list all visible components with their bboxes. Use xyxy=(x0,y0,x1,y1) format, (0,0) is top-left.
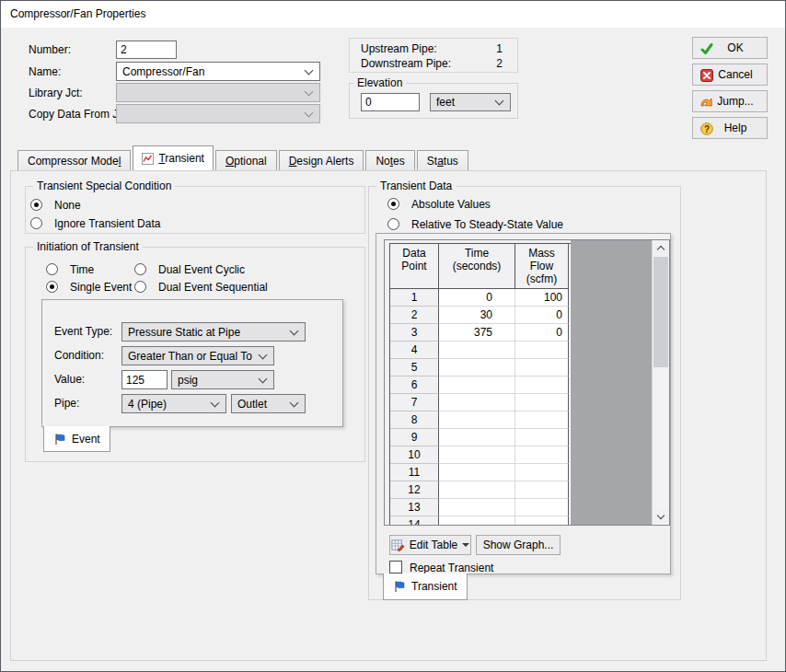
scrollbar-thumb[interactable] xyxy=(653,257,668,367)
dropdown-caret-icon xyxy=(462,543,469,547)
transient-table-container: DataPoint Time(seconds) Mass Flow(scfm) … xyxy=(384,239,670,526)
table-row[interactable]: 13 xyxy=(390,499,571,516)
chevron-down-icon xyxy=(657,512,665,519)
transient-tab-page: Transient Special Condition None Ignore … xyxy=(10,170,767,661)
radio-none[interactable] xyxy=(30,199,42,211)
jump-arrow-icon xyxy=(699,95,714,110)
event-type-combo[interactable]: Pressure Static at Pipe xyxy=(121,322,306,342)
chevron-down-icon xyxy=(495,97,504,106)
edit-table-icon xyxy=(391,539,405,552)
condition-combo[interactable]: Greater Than or Equal To xyxy=(121,346,274,365)
repeat-transient-checkbox[interactable] xyxy=(389,561,402,574)
transient-table[interactable]: DataPoint Time(seconds) Mass Flow(scfm) … xyxy=(389,243,571,526)
table-row[interactable]: 2 30 0 xyxy=(390,307,571,324)
chevron-down-icon xyxy=(305,108,314,117)
event-subtab-label: Event xyxy=(72,433,100,446)
ok-button-label: OK xyxy=(727,41,743,54)
transient-data-title: Transient Data xyxy=(376,180,456,192)
chevron-down-icon xyxy=(259,374,268,383)
chevron-down-icon xyxy=(290,326,299,335)
chevron-down-icon xyxy=(305,65,314,75)
cancel-x-icon xyxy=(699,68,714,83)
initiation-title: Initiation of Transient xyxy=(33,240,143,253)
value-label: Value: xyxy=(54,373,85,387)
radio-time[interactable] xyxy=(46,263,58,275)
elevation-unit-combo[interactable]: feet xyxy=(430,93,511,111)
tab-compressor-model[interactable]: Compressor Model xyxy=(17,150,131,170)
table-row[interactable]: 11 xyxy=(390,464,571,481)
copy-data-combo[interactable] xyxy=(116,104,320,123)
jump-button[interactable]: Jump... xyxy=(692,90,768,112)
transient-data-group: Transient Data Absolute Values Relative … xyxy=(368,186,681,600)
tab-notes[interactable]: Notes xyxy=(365,150,414,170)
table-row[interactable]: 7 xyxy=(390,394,571,411)
chart-line-icon xyxy=(142,153,154,165)
radio-time-label: Time xyxy=(70,263,94,277)
table-row[interactable]: 5 xyxy=(390,359,571,377)
number-input[interactable] xyxy=(116,41,177,59)
help-button[interactable]: ? Help xyxy=(692,117,768,139)
show-graph-button[interactable]: Show Graph... xyxy=(476,535,561,555)
cancel-button[interactable]: Cancel xyxy=(692,64,768,86)
chevron-down-icon xyxy=(290,398,299,407)
pipe-value: 4 (Pipe) xyxy=(128,398,167,411)
table-row[interactable]: 9 xyxy=(390,429,571,446)
table-vertical-scrollbar[interactable] xyxy=(652,240,669,525)
ok-button[interactable]: OK xyxy=(692,37,768,59)
pipe-combo[interactable]: 4 (Pipe) xyxy=(121,394,226,413)
event-panel: Event Type: Pressure Static at Pipe Cond… xyxy=(41,299,343,427)
event-type-value: Pressure Static at Pipe xyxy=(128,326,240,339)
radio-none-label: None xyxy=(54,199,81,213)
radio-relative-steady-state[interactable] xyxy=(387,218,399,230)
edit-table-button[interactable]: Edit Table xyxy=(389,535,471,555)
radio-ignore-transient[interactable] xyxy=(30,217,42,229)
table-row[interactable]: 12 xyxy=(390,481,571,499)
event-type-label: Event Type: xyxy=(54,325,112,339)
radio-absolute-values-label: Absolute Values xyxy=(411,198,491,212)
table-row[interactable]: 14 xyxy=(390,516,571,526)
value-unit-combo[interactable]: psig xyxy=(171,370,274,389)
pipes-info-box: Upstream Pipe: 1 Downstream Pipe: 2 xyxy=(349,38,518,73)
value-input[interactable] xyxy=(121,370,168,389)
pipe-endpoint-combo[interactable]: Outlet xyxy=(231,394,306,413)
elevation-group-title: Elevation xyxy=(353,76,406,89)
check-icon xyxy=(699,41,714,56)
transient-subtab[interactable]: Transient xyxy=(383,574,468,600)
pipe-endpoint-value: Outlet xyxy=(237,398,267,411)
condition-label: Condition: xyxy=(54,349,104,363)
table-filler-area xyxy=(571,240,652,525)
radio-dual-event-cyclic[interactable] xyxy=(134,263,146,275)
radio-dual-event-sequential[interactable] xyxy=(134,281,146,293)
scroll-down-button[interactable] xyxy=(653,509,669,525)
table-row[interactable]: 1 0 100 xyxy=(390,289,571,307)
transient-table-header: DataPoint Time(seconds) Mass Flow(scfm) xyxy=(390,244,571,289)
chevron-up-icon xyxy=(657,246,665,253)
name-label: Name: xyxy=(29,65,61,79)
scroll-up-button[interactable] xyxy=(653,240,669,256)
column-header-time: Time(seconds) xyxy=(439,244,515,289)
table-row[interactable]: 6 xyxy=(390,377,571,394)
table-row[interactable]: 8 xyxy=(390,411,571,429)
tab-optional[interactable]: Optional xyxy=(215,150,277,170)
table-row[interactable]: 10 xyxy=(390,446,571,464)
tab-status[interactable]: Status xyxy=(417,150,468,170)
radio-single-event[interactable] xyxy=(46,281,58,293)
jump-button-label: Jump... xyxy=(717,95,753,108)
upstream-pipe-label: Upstream Pipe: xyxy=(361,42,437,55)
cancel-button-label: Cancel xyxy=(718,68,752,81)
special-condition-group: Transient Special Condition None Ignore … xyxy=(25,186,365,234)
event-subtab[interactable]: Event xyxy=(43,426,110,452)
pipe-label: Pipe: xyxy=(54,397,79,411)
upstream-pipe-value: 1 xyxy=(496,42,503,55)
name-combo[interactable]: Compressor/Fan xyxy=(116,62,320,81)
chevron-down-icon xyxy=(259,350,268,359)
radio-absolute-values[interactable] xyxy=(387,198,399,210)
table-row[interactable]: 4 xyxy=(390,342,571,359)
elevation-input[interactable] xyxy=(361,93,420,111)
table-row[interactable]: 3 375 0 xyxy=(390,324,571,342)
transient-table-panel: DataPoint Time(seconds) Mass Flow(scfm) … xyxy=(376,233,671,574)
radio-single-event-label: Single Event xyxy=(70,281,132,295)
tab-design-alerts[interactable]: Design Alerts xyxy=(279,150,364,170)
tab-transient[interactable]: Transient xyxy=(133,145,214,170)
radio-dual-event-cyclic-label: Dual Event Cyclic xyxy=(158,263,245,277)
